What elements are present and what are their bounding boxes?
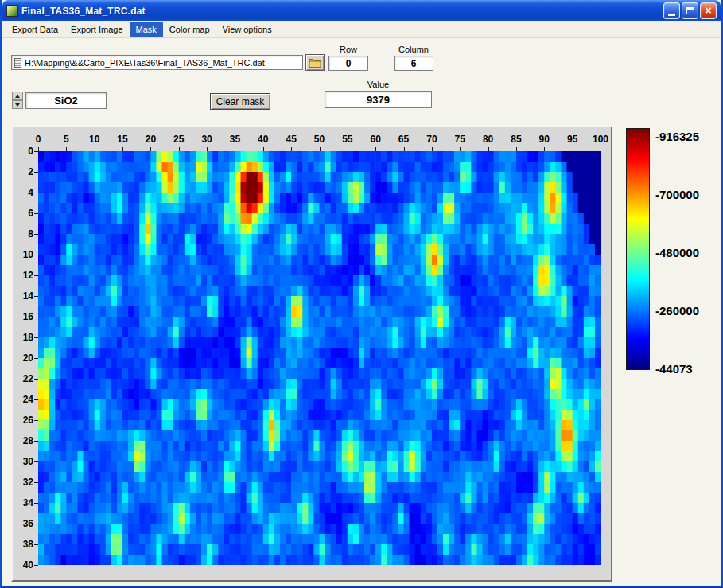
x-tick-label: 95 xyxy=(567,134,577,145)
arrow-down-icon xyxy=(15,103,20,107)
file-path-field[interactable]: H:\Mapping\&&Carto_PIXE\Tas36\Final_TAS3… xyxy=(11,55,303,70)
y-tick-mark xyxy=(34,172,38,173)
x-tick-label: 20 xyxy=(146,134,156,145)
column-value[interactable]: 6 xyxy=(394,56,433,71)
y-tick-label: 22 xyxy=(13,373,33,384)
row-value[interactable]: 0 xyxy=(328,56,368,71)
x-tick-label: 50 xyxy=(314,134,325,145)
element-ring-value[interactable]: SiO2 xyxy=(25,92,107,109)
x-tick-mark xyxy=(235,147,235,151)
x-tick-mark xyxy=(488,147,489,151)
x-tick-mark xyxy=(516,147,517,151)
x-tick-label: 55 xyxy=(342,134,352,145)
y-tick-label: 10 xyxy=(13,249,33,260)
colorbar-label: -700000 xyxy=(655,188,699,201)
colorbar-wrap: -916325-700000-480000-260000-44073 xyxy=(626,128,721,375)
menu-item-export-image[interactable]: Export Image xyxy=(64,22,129,37)
colorbar-label: -916325 xyxy=(655,130,699,143)
y-tick-label: 16 xyxy=(13,311,33,322)
y-tick-label: 12 xyxy=(13,270,33,281)
x-tick-mark xyxy=(179,147,180,151)
x-tick-mark xyxy=(320,147,321,151)
browse-button[interactable] xyxy=(305,54,325,71)
column-label: Column xyxy=(394,45,433,54)
y-tick-mark xyxy=(34,461,38,462)
app-window: Final_TAS36_Mat_TRC.dat × Export DataExp… xyxy=(0,0,723,588)
y-tick-label: 0 xyxy=(13,146,33,157)
file-path-value: H:\Mapping\&&Carto_PIXE\Tas36\Final_TAS3… xyxy=(25,58,265,68)
y-tick-label: 24 xyxy=(13,394,33,405)
x-tick-label: 60 xyxy=(371,134,381,145)
y-tick-mark xyxy=(34,482,38,483)
y-tick-mark xyxy=(34,524,38,524)
x-tick-label: 35 xyxy=(230,134,240,145)
y-tick-label: 30 xyxy=(13,456,33,467)
x-tick-label: 0 xyxy=(36,134,41,145)
clear-mask-button[interactable]: Clear mask xyxy=(210,93,270,110)
x-tick-label: 30 xyxy=(201,134,212,145)
minimize-button[interactable] xyxy=(663,2,680,19)
close-icon: × xyxy=(701,3,716,18)
x-tick-label: 40 xyxy=(258,134,268,145)
y-tick-mark xyxy=(34,275,38,276)
x-tick-mark xyxy=(573,147,573,151)
y-tick-mark xyxy=(34,379,38,380)
y-tick-mark xyxy=(34,234,38,235)
menu-item-color-map[interactable]: Color map xyxy=(163,22,216,37)
y-tick-label: 28 xyxy=(13,435,33,446)
path-type-icon xyxy=(14,58,21,68)
x-tick-mark xyxy=(122,147,123,151)
colorbar-label: -260000 xyxy=(655,304,699,317)
y-tick-label: 40 xyxy=(13,559,33,570)
x-tick-label: 85 xyxy=(511,134,521,145)
y-tick-label: 38 xyxy=(13,539,33,550)
menu-item-view-options[interactable]: View options xyxy=(216,22,278,37)
x-tick-mark xyxy=(207,147,208,151)
colorbar xyxy=(626,128,650,370)
x-tick-label: 45 xyxy=(286,134,296,145)
y-tick-label: 20 xyxy=(13,352,33,364)
y-tick-mark xyxy=(34,544,38,545)
x-tick-mark xyxy=(38,147,39,151)
app-icon xyxy=(6,5,18,17)
value-indicator: Value 9379 xyxy=(325,80,432,108)
y-tick-mark xyxy=(34,296,38,297)
x-tick-mark xyxy=(404,147,405,151)
maximize-icon xyxy=(686,7,694,14)
x-tick-mark xyxy=(150,147,151,151)
y-tick-label: 4 xyxy=(13,187,33,198)
element-spinner[interactable] xyxy=(12,92,23,109)
client-area: H:\Mapping\&&Carto_PIXE\Tas36\Final_TAS3… xyxy=(2,38,721,586)
title-buttons: × xyxy=(663,2,717,19)
maximize-button[interactable] xyxy=(682,2,698,19)
y-tick-mark xyxy=(34,317,38,317)
x-tick-label: 70 xyxy=(426,134,437,145)
y-tick-mark xyxy=(34,193,38,193)
x-tick-label: 90 xyxy=(539,134,550,145)
title-bar[interactable]: Final_TAS36_Mat_TRC.dat × xyxy=(2,0,721,21)
window-title: Final_TAS36_Mat_TRC.dat xyxy=(21,6,146,17)
x-tick-mark xyxy=(432,147,433,151)
x-tick-mark xyxy=(66,147,67,151)
x-tick-label: 15 xyxy=(117,134,127,145)
menu-item-export-data[interactable]: Export Data xyxy=(6,22,64,37)
x-tick-label: 100 xyxy=(593,134,608,145)
folder-icon xyxy=(309,58,321,68)
x-tick-label: 10 xyxy=(89,134,99,145)
x-tick-label: 25 xyxy=(173,134,184,145)
close-button[interactable]: × xyxy=(700,2,717,19)
menu-item-mask[interactable]: Mask xyxy=(130,22,163,37)
y-tick-mark xyxy=(34,151,38,152)
y-tick-mark xyxy=(34,503,38,504)
minimize-icon xyxy=(668,14,675,16)
spinner-down-button[interactable] xyxy=(12,100,23,109)
heatmap-panel: 0510152025303540455055606570758085909510… xyxy=(11,126,612,582)
y-tick-label: 18 xyxy=(13,332,33,343)
x-tick-mark xyxy=(460,147,461,151)
x-tick-label: 65 xyxy=(398,134,409,145)
spinner-up-button[interactable] xyxy=(12,92,23,100)
x-tick-label: 75 xyxy=(455,134,465,145)
heatmap-canvas[interactable] xyxy=(38,151,601,565)
x-tick-mark xyxy=(601,147,601,151)
x-tick-mark xyxy=(263,147,264,151)
